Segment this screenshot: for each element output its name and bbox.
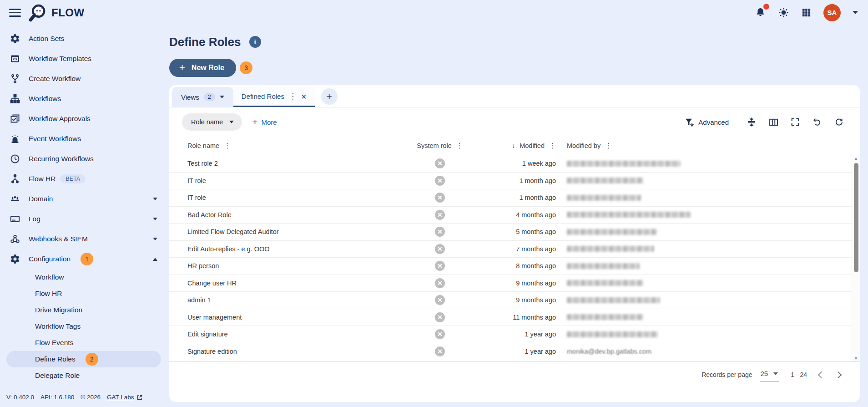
scrollbar-thumb[interactable] xyxy=(854,163,858,272)
redacted-email xyxy=(567,195,641,201)
sidebar-subitem-flow-events[interactable]: Flow Events xyxy=(6,335,161,351)
tab-kebab-icon[interactable]: ⋮ xyxy=(289,92,297,100)
sidebar-subitem-flow-hr[interactable]: Flow HR xyxy=(6,285,161,302)
table-row[interactable]: Bad Actor Role4 months ago xyxy=(169,206,860,224)
records-per-page-select[interactable]: 25 xyxy=(760,368,779,382)
sidebar-item-flow-hr[interactable]: Flow HRBETA xyxy=(0,169,167,189)
table-row[interactable]: Limited Flow Delegated Auditor5 months a… xyxy=(169,223,860,240)
sidebar-item-log[interactable]: Log xyxy=(0,209,167,229)
table-row[interactable]: admin 19 months ago xyxy=(169,291,860,309)
cell-modified: 11 months ago xyxy=(483,314,556,321)
webhooks-icon xyxy=(10,234,20,244)
records-per-page-label: Records per page xyxy=(701,371,752,378)
column-header-modified[interactable]: ↓ Modified ⋮ xyxy=(483,142,556,150)
log-icon xyxy=(9,213,21,225)
sidebar-item-create-workflow[interactable]: Create Workflow xyxy=(0,69,167,89)
sidebar-item-workflow-templates[interactable]: Workflow Templates xyxy=(0,49,167,69)
cell-role-name: IT role xyxy=(187,177,397,184)
cell-system-role xyxy=(397,278,483,288)
previous-page-button[interactable] xyxy=(818,371,825,378)
table-row[interactable]: HR person8 months ago xyxy=(169,257,860,275)
table-row[interactable]: IT role1 month ago xyxy=(169,189,860,206)
scroll-down-arrow-icon[interactable]: ▼ xyxy=(854,355,858,362)
sidebar-subitem-define-roles[interactable]: Define Roles2 xyxy=(6,351,161,367)
table-row[interactable]: IT role1 month ago xyxy=(169,172,860,189)
column-header-modified-by[interactable]: Modified by ⋮ xyxy=(556,142,842,150)
table-row[interactable]: Signature edition1 year agomonika@dev.bp… xyxy=(169,343,860,360)
sidebar-item-event-workflows[interactable]: Event Workflows xyxy=(0,129,167,149)
table-row[interactable]: Edit Auto-replies - e.g. OOO7 months ago xyxy=(169,240,860,258)
cell-role-name: User management xyxy=(187,314,397,321)
x-circle-icon xyxy=(435,261,445,271)
apps-grid-icon xyxy=(801,7,812,18)
notifications-button[interactable] xyxy=(755,7,766,18)
cell-modified-by xyxy=(556,297,842,303)
role-name-filter-chip[interactable]: Role name xyxy=(182,113,242,131)
page-range: 1 - 24 xyxy=(791,371,807,378)
table-row[interactable]: Change user HR9 months ago xyxy=(169,275,860,292)
new-role-button[interactable]: + New Role xyxy=(169,59,236,77)
cell-system-role xyxy=(397,312,483,322)
table-row[interactable]: User management11 months ago xyxy=(169,309,860,326)
cell-modified: 1 month ago xyxy=(483,177,556,184)
gat-labs-link[interactable]: GAT Labs xyxy=(107,394,143,401)
chevron-down-icon xyxy=(153,198,157,200)
column-kebab-icon[interactable]: ⋮ xyxy=(456,142,463,150)
cell-modified-by xyxy=(556,161,842,167)
row-density-button[interactable] xyxy=(746,117,757,127)
tab-views[interactable]: Views 2 xyxy=(172,87,233,107)
sidebar-item-domain[interactable]: Domain xyxy=(0,189,167,209)
column-kebab-icon[interactable]: ⋮ xyxy=(605,142,612,150)
pagination-bar: Records per page 25 1 - 24 xyxy=(169,362,860,387)
sidebar-item-workflows[interactable]: Workflows xyxy=(0,89,167,109)
more-filters-label: More xyxy=(261,118,277,126)
sidebar-item-workflow-approvals[interactable]: Workflow Approvals xyxy=(0,109,167,129)
sidebar-subitem-delegate-role[interactable]: Delegate Role xyxy=(6,367,161,384)
sidebar-item-action-sets[interactable]: Action Sets xyxy=(0,29,167,49)
fullscreen-button[interactable] xyxy=(790,117,801,127)
sidebar-subitem-workflow-tags[interactable]: Workflow Tags xyxy=(6,318,161,335)
column-kebab-icon[interactable]: ⋮ xyxy=(549,142,556,150)
sidebar-subitem-workflow[interactable]: Workflow xyxy=(6,269,161,285)
redacted-email xyxy=(567,161,681,167)
cell-modified: 1 year ago xyxy=(483,331,556,338)
sidebar-item-webhooks-siem[interactable]: Webhooks & SIEM xyxy=(0,229,167,249)
scroll-up-arrow-icon[interactable]: ▲ xyxy=(854,155,858,162)
undo-button[interactable] xyxy=(812,117,823,127)
theme-toggle-button[interactable] xyxy=(778,7,789,18)
chevron-down-icon xyxy=(153,238,157,240)
sidebar-item-recurring-workflows[interactable]: Recurring Workflows xyxy=(0,149,167,169)
add-tab-button[interactable]: + xyxy=(321,88,338,105)
sidebar-subitem-label: Delegate Role xyxy=(35,371,80,380)
chevron-down-icon[interactable] xyxy=(853,11,858,14)
sidebar-item-label: Workflows xyxy=(29,95,61,103)
manage-columns-button[interactable] xyxy=(768,117,779,127)
table-row[interactable]: Edit signature1 year ago xyxy=(169,326,860,343)
redacted-email xyxy=(567,229,657,235)
filter-gear-icon xyxy=(684,117,695,127)
x-circle-icon xyxy=(435,176,445,186)
workflow-templates-icon xyxy=(9,53,21,65)
refresh-button[interactable] xyxy=(833,117,844,127)
advanced-filter-button[interactable]: Advanced xyxy=(684,117,729,127)
more-filters-button[interactable]: + More xyxy=(252,117,277,127)
configuration-icon xyxy=(10,254,20,265)
vertical-scrollbar[interactable]: ▲ ▼ xyxy=(852,155,860,362)
chevron-down-icon xyxy=(220,96,224,98)
sidebar-subitem-drive-migration[interactable]: Drive Migration xyxy=(6,302,161,318)
sidebar-item-configuration[interactable]: Configuration1 xyxy=(0,249,167,269)
column-kebab-icon[interactable]: ⋮ xyxy=(224,142,231,150)
copyright-text: © 2026 xyxy=(81,394,101,401)
column-header-system-role[interactable]: System role ⋮ xyxy=(397,142,483,150)
info-icon[interactable]: i xyxy=(249,36,261,48)
tab-defined-roles[interactable]: Defined Roles ⋮ × xyxy=(233,87,315,107)
column-header-role-name[interactable]: Role name ⋮ xyxy=(187,142,397,150)
table-row[interactable]: Test role 21 week ago xyxy=(169,155,860,172)
cell-system-role xyxy=(397,227,483,237)
avatar[interactable]: SA xyxy=(823,4,841,21)
tab-close-icon[interactable]: × xyxy=(301,92,307,101)
next-page-button[interactable] xyxy=(835,371,842,378)
x-circle-icon xyxy=(435,193,445,203)
apps-grid-button[interactable] xyxy=(801,7,812,18)
hamburger-menu-icon[interactable] xyxy=(9,9,21,17)
